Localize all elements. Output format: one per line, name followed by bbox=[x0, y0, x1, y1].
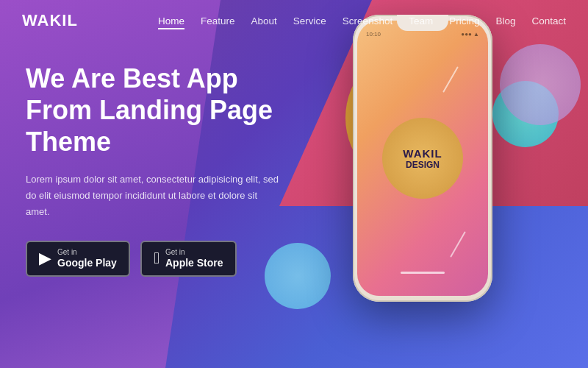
phone-screen: 10:10 ●●● ▲ WAKIL DESIGN bbox=[357, 21, 488, 296]
apple-store-label-large: Apple Store bbox=[165, 257, 223, 269]
apple-icon:  bbox=[154, 250, 159, 266]
circle-lavender bbox=[500, 44, 581, 125]
nav-item-blog[interactable]: Blog bbox=[495, 14, 515, 27]
phone-outer: 10:10 ●●● ▲ WAKIL DESIGN bbox=[353, 15, 492, 302]
nav-link-team[interactable]: Team bbox=[409, 15, 433, 26]
phone-brand-sub: DESIGN bbox=[406, 160, 440, 170]
hero-title: We Are Best App From Landing Page Theme bbox=[26, 63, 283, 158]
hero-section: WAKIL Home Feature About Service Screens… bbox=[0, 0, 588, 368]
apple-store-label-small: Get in bbox=[165, 248, 223, 257]
nav-item-pricing[interactable]: Pricing bbox=[449, 14, 479, 27]
google-play-label-small: Get in bbox=[57, 248, 117, 257]
phone-deco-line-1 bbox=[442, 66, 459, 93]
nav-link-home[interactable]: Home bbox=[158, 15, 184, 29]
nav-link-about[interactable]: About bbox=[251, 15, 277, 26]
google-play-button[interactable]: ▶ Get in Google Play bbox=[26, 241, 130, 277]
nav-link-blog[interactable]: Blog bbox=[495, 15, 515, 26]
nav-item-team[interactable]: Team bbox=[409, 14, 433, 27]
nav-link-screenshot[interactable]: Screenshot bbox=[343, 15, 392, 26]
phone-home-bar bbox=[401, 272, 445, 274]
phone-logo-circle: WAKIL DESIGN bbox=[382, 118, 463, 199]
nav-item-screenshot[interactable]: Screenshot bbox=[343, 14, 392, 27]
google-play-icon: ▶ bbox=[39, 250, 51, 266]
apple-store-text: Get in Apple Store bbox=[165, 248, 223, 269]
google-play-text: Get in Google Play bbox=[57, 248, 117, 269]
apple-store-button[interactable]:  Get in Apple Store bbox=[140, 241, 237, 277]
navbar: WAKIL Home Feature About Service Screens… bbox=[0, 0, 588, 40]
nav-link-service[interactable]: Service bbox=[293, 15, 326, 26]
hero-content: We Are Best App From Landing Page Theme … bbox=[0, 40, 309, 277]
site-logo[interactable]: WAKIL bbox=[22, 11, 78, 30]
nav-link-contact[interactable]: Contact bbox=[531, 15, 566, 26]
phone-mockup: 10:10 ●●● ▲ WAKIL DESIGN bbox=[353, 15, 492, 302]
hero-description: Lorem ipsum dolor sit amet, consectetur … bbox=[26, 171, 283, 220]
nav-item-about[interactable]: About bbox=[251, 14, 277, 27]
nav-link-pricing[interactable]: Pricing bbox=[449, 15, 479, 26]
nav-links: Home Feature About Service Screenshot Te… bbox=[158, 14, 566, 27]
cta-buttons: ▶ Get in Google Play  Get in Apple Stor… bbox=[26, 241, 283, 277]
phone-brand-name: WAKIL bbox=[403, 147, 442, 160]
google-play-label-large: Google Play bbox=[57, 257, 117, 269]
phone-deco-line-2 bbox=[450, 231, 466, 258]
nav-item-feature[interactable]: Feature bbox=[201, 14, 235, 27]
nav-item-contact[interactable]: Contact bbox=[531, 14, 566, 27]
nav-item-service[interactable]: Service bbox=[293, 14, 326, 27]
nav-link-feature[interactable]: Feature bbox=[201, 15, 235, 26]
nav-item-home[interactable]: Home bbox=[158, 14, 184, 27]
